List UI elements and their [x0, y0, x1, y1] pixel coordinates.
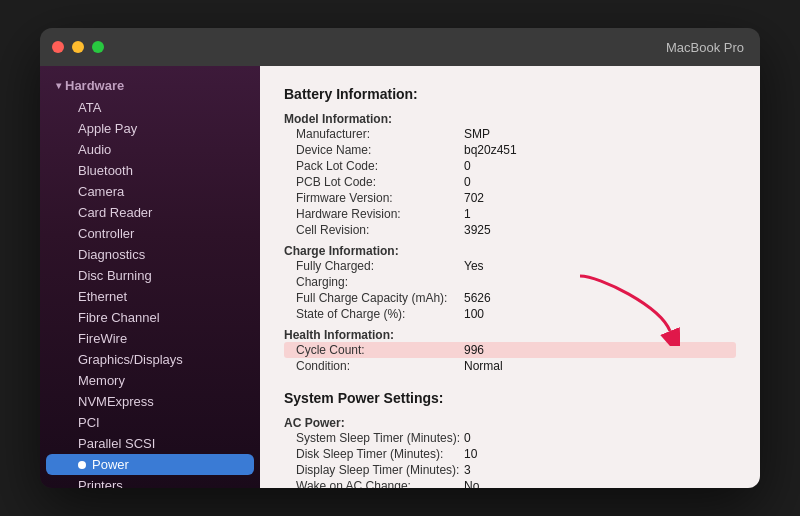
sidebar-item-disc-burning[interactable]: Disc Burning	[46, 265, 254, 286]
active-indicator	[78, 461, 86, 469]
sidebar-item-label: Fibre Channel	[78, 310, 160, 325]
sidebar-item-power[interactable]: Power	[46, 454, 254, 475]
sidebar-item-label: Power	[92, 457, 129, 472]
sidebar-item-label: Parallel SCSI	[78, 436, 155, 451]
sidebar-item-ata[interactable]: ATA	[46, 97, 254, 118]
sidebar-item-audio[interactable]: Audio	[46, 139, 254, 160]
row-value: 100	[464, 307, 484, 321]
row-label: Hardware Revision:	[284, 207, 464, 221]
close-button[interactable]	[52, 41, 64, 53]
sidebar: ▾ Hardware ATAApple PayAudioBluetoothCam…	[40, 66, 260, 488]
row-value: 0	[464, 159, 471, 173]
row-label: Disk Sleep Timer (Minutes):	[284, 447, 464, 461]
row-label: Manufacturer:	[284, 127, 464, 141]
battery-section-title: Battery Information:	[284, 86, 736, 102]
row-label: State of Charge (%):	[284, 307, 464, 321]
table-row: Cycle Count:996	[284, 342, 736, 358]
sidebar-item-apple-pay[interactable]: Apple Pay	[46, 118, 254, 139]
table-row: PCB Lot Code:0	[284, 174, 736, 190]
sidebar-item-label: Graphics/Displays	[78, 352, 183, 367]
table-row: Cell Revision:3925	[284, 222, 736, 238]
table-row: System Sleep Timer (Minutes):0	[284, 430, 736, 446]
table-row: Full Charge Capacity (mAh):5626	[284, 290, 736, 306]
table-row: Pack Lot Code:0	[284, 158, 736, 174]
sidebar-item-label: ATA	[78, 100, 101, 115]
sidebar-item-label: Disc Burning	[78, 268, 152, 283]
sidebar-item-fibre-channel[interactable]: Fibre Channel	[46, 307, 254, 328]
title-bar: MacBook Pro	[40, 28, 760, 66]
row-label: Cell Revision:	[284, 223, 464, 237]
row-value: 3	[464, 463, 471, 477]
row-value: 1	[464, 207, 471, 221]
table-row: State of Charge (%):100	[284, 306, 736, 322]
row-label: Pack Lot Code:	[284, 159, 464, 173]
row-value: 996	[464, 343, 484, 357]
table-row: Charging:	[284, 274, 736, 290]
ac-power-label: AC Power:	[284, 416, 736, 430]
row-value: Yes	[464, 259, 484, 273]
power-section-title: System Power Settings:	[284, 390, 736, 406]
row-label: Wake on AC Change:	[284, 479, 464, 488]
table-row: Hardware Revision:1	[284, 206, 736, 222]
table-row: Disk Sleep Timer (Minutes):10	[284, 446, 736, 462]
row-value: 3925	[464, 223, 491, 237]
traffic-lights	[52, 41, 104, 53]
row-value: SMP	[464, 127, 490, 141]
table-row: Device Name:bq20z451	[284, 142, 736, 158]
table-row: Firmware Version:702	[284, 190, 736, 206]
row-value: 0	[464, 431, 471, 445]
health-info-group: Health Information: Cycle Count:996Condi…	[284, 328, 736, 374]
sidebar-item-card-reader[interactable]: Card Reader	[46, 202, 254, 223]
sidebar-item-label: Ethernet	[78, 289, 127, 304]
sidebar-item-label: Apple Pay	[78, 121, 137, 136]
sidebar-item-graphics-displays[interactable]: Graphics/Displays	[46, 349, 254, 370]
hardware-label: Hardware	[65, 78, 124, 93]
sidebar-item-label: FireWire	[78, 331, 127, 346]
sidebar-item-label: Printers	[78, 478, 123, 488]
main-content-area: ▾ Hardware ATAApple PayAudioBluetoothCam…	[40, 66, 760, 488]
sidebar-item-bluetooth[interactable]: Bluetooth	[46, 160, 254, 181]
sidebar-item-label: Card Reader	[78, 205, 152, 220]
sidebar-item-camera[interactable]: Camera	[46, 181, 254, 202]
row-label: Condition:	[284, 359, 464, 373]
system-info-window: MacBook Pro ▾ Hardware ATAApple PayAudio…	[40, 28, 760, 488]
model-info-label: Model Information:	[284, 112, 736, 126]
sidebar-item-label: Controller	[78, 226, 134, 241]
chevron-icon: ▾	[56, 80, 61, 91]
table-row: Wake on AC Change:No	[284, 478, 736, 488]
row-label: Firmware Version:	[284, 191, 464, 205]
sidebar-item-label: Diagnostics	[78, 247, 145, 262]
sidebar-item-controller[interactable]: Controller	[46, 223, 254, 244]
app-title: MacBook Pro	[666, 40, 744, 55]
sidebar-item-nvmexpress[interactable]: NVMExpress	[46, 391, 254, 412]
ac-power-group: AC Power: System Sleep Timer (Minutes):0…	[284, 416, 736, 488]
row-label: Fully Charged:	[284, 259, 464, 273]
maximize-button[interactable]	[92, 41, 104, 53]
sidebar-item-parallel-scsi[interactable]: Parallel SCSI	[46, 433, 254, 454]
row-value: 0	[464, 175, 471, 189]
sidebar-item-label: Audio	[78, 142, 111, 157]
sidebar-item-ethernet[interactable]: Ethernet	[46, 286, 254, 307]
row-label: Full Charge Capacity (mAh):	[284, 291, 464, 305]
table-row: Manufacturer:SMP	[284, 126, 736, 142]
minimize-button[interactable]	[72, 41, 84, 53]
row-label: Device Name:	[284, 143, 464, 157]
sidebar-item-pci[interactable]: PCI	[46, 412, 254, 433]
health-info-label: Health Information:	[284, 328, 736, 342]
row-label: Display Sleep Timer (Minutes):	[284, 463, 464, 477]
sidebar-item-memory[interactable]: Memory	[46, 370, 254, 391]
sidebar-item-label: Camera	[78, 184, 124, 199]
row-label: Cycle Count:	[284, 343, 464, 357]
hardware-section[interactable]: ▾ Hardware	[40, 74, 260, 97]
charge-info-group: Charge Information: Fully Charged:YesCha…	[284, 244, 736, 322]
table-row: Condition:Normal	[284, 358, 736, 374]
table-row: Display Sleep Timer (Minutes):3	[284, 462, 736, 478]
table-row: Fully Charged:Yes	[284, 258, 736, 274]
sidebar-item-firewire[interactable]: FireWire	[46, 328, 254, 349]
sidebar-item-label: NVMExpress	[78, 394, 154, 409]
row-label: PCB Lot Code:	[284, 175, 464, 189]
detail-panel: Battery Information: Model Information: …	[260, 66, 760, 488]
sidebar-item-printers[interactable]: Printers	[46, 475, 254, 488]
sidebar-item-diagnostics[interactable]: Diagnostics	[46, 244, 254, 265]
row-value: No	[464, 479, 479, 488]
